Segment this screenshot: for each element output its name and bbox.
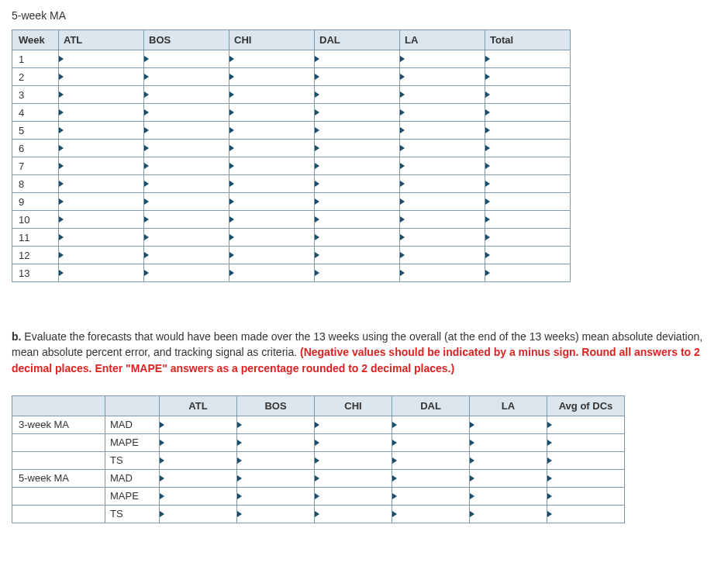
input-cell[interactable] [144,86,229,104]
input-cell[interactable] [315,451,392,469]
input-cell[interactable] [160,505,237,523]
input-cell[interactable] [400,104,485,122]
input-cell[interactable] [400,122,485,140]
input-cell[interactable] [237,433,315,451]
input-cell[interactable] [392,416,470,433]
input-cell[interactable] [315,487,392,505]
input-cell[interactable] [59,211,144,229]
input-cell[interactable] [400,247,485,264]
input-cell[interactable] [237,505,315,523]
input-cell[interactable] [315,122,400,140]
input-cell[interactable] [229,140,315,157]
input-cell[interactable] [315,140,400,157]
input-cell[interactable] [59,104,144,122]
input-cell[interactable] [229,229,315,247]
input-cell[interactable] [315,433,392,451]
input-cell[interactable] [59,50,144,68]
input-cell[interactable] [400,211,485,229]
input-cell[interactable] [315,416,392,433]
input-cell[interactable] [144,211,229,229]
input-cell[interactable] [144,104,229,122]
input-cell[interactable] [160,451,237,469]
input-cell[interactable] [229,104,315,122]
input-cell[interactable] [547,416,625,433]
input-cell[interactable] [59,175,144,193]
input-cell[interactable] [144,247,229,264]
input-cell[interactable] [470,433,547,451]
input-cell[interactable] [144,122,229,140]
input-cell[interactable] [59,193,144,211]
input-cell[interactable] [547,487,625,505]
input-cell[interactable] [315,229,400,247]
input-cell[interactable] [315,68,400,86]
input-cell[interactable] [144,264,229,282]
input-cell[interactable] [315,104,400,122]
input-cell[interactable] [237,469,315,487]
input-cell[interactable] [400,86,485,104]
input-cell[interactable] [160,416,237,433]
input-cell[interactable] [470,487,547,505]
input-cell[interactable] [59,157,144,175]
input-cell[interactable] [229,193,315,211]
input-cell[interactable] [59,247,144,264]
input-cell[interactable] [229,68,315,86]
input-cell[interactable] [144,68,229,86]
input-cell[interactable] [470,451,547,469]
input-cell[interactable] [144,175,229,193]
input-cell[interactable] [485,247,571,264]
input-cell[interactable] [59,86,144,104]
input-cell[interactable] [315,86,400,104]
input-cell[interactable] [59,229,144,247]
input-cell[interactable] [315,157,400,175]
input-cell[interactable] [392,505,470,523]
input-cell[interactable] [229,264,315,282]
input-cell[interactable] [237,416,315,433]
input-cell[interactable] [400,140,485,157]
input-cell[interactable] [400,157,485,175]
input-cell[interactable] [315,211,400,229]
input-cell[interactable] [392,469,470,487]
input-cell[interactable] [144,140,229,157]
input-cell[interactable] [400,68,485,86]
input-cell[interactable] [237,487,315,505]
input-cell[interactable] [400,175,485,193]
input-cell[interactable] [485,193,571,211]
input-cell[interactable] [547,469,625,487]
input-cell[interactable] [315,469,392,487]
input-cell[interactable] [547,433,625,451]
input-cell[interactable] [400,193,485,211]
input-cell[interactable] [485,86,571,104]
input-cell[interactable] [547,451,625,469]
input-cell[interactable] [485,211,571,229]
input-cell[interactable] [315,264,400,282]
input-cell[interactable] [315,175,400,193]
input-cell[interactable] [485,104,571,122]
input-cell[interactable] [547,505,625,523]
input-cell[interactable] [400,229,485,247]
input-cell[interactable] [485,175,571,193]
input-cell[interactable] [160,469,237,487]
input-cell[interactable] [229,247,315,264]
input-cell[interactable] [315,247,400,264]
input-cell[interactable] [392,451,470,469]
input-cell[interactable] [59,264,144,282]
input-cell[interactable] [315,505,392,523]
input-cell[interactable] [59,68,144,86]
input-cell[interactable] [229,86,315,104]
input-cell[interactable] [229,157,315,175]
input-cell[interactable] [229,50,315,68]
input-cell[interactable] [144,157,229,175]
input-cell[interactable] [470,469,547,487]
input-cell[interactable] [485,229,571,247]
input-cell[interactable] [315,50,400,68]
input-cell[interactable] [160,433,237,451]
input-cell[interactable] [485,68,571,86]
input-cell[interactable] [229,175,315,193]
input-cell[interactable] [144,229,229,247]
input-cell[interactable] [485,264,571,282]
input-cell[interactable] [485,140,571,157]
input-cell[interactable] [485,50,571,68]
input-cell[interactable] [144,50,229,68]
input-cell[interactable] [392,433,470,451]
input-cell[interactable] [229,211,315,229]
